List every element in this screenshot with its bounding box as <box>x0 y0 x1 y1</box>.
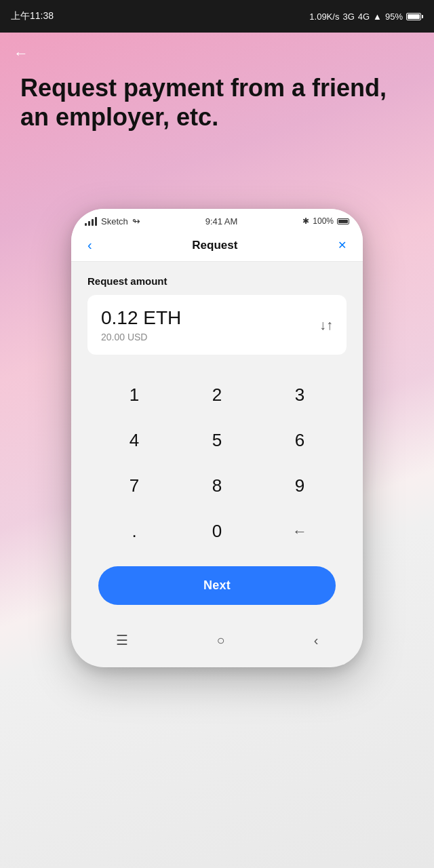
phone-back-nav-icon[interactable]: ‹ <box>314 633 319 648</box>
phone-navbar: ‹ Request ✕ <box>71 231 363 262</box>
status-time: 上午11:38 <box>11 10 54 22</box>
phone-menu-icon[interactable]: ☰ <box>116 632 128 648</box>
key-0[interactable]: 0 <box>177 510 257 553</box>
phone-close-button[interactable]: ✕ <box>338 239 347 252</box>
phone-signal-icon <box>85 217 97 226</box>
next-button[interactable]: Next <box>98 566 336 605</box>
back-button[interactable]: ← <box>14 45 28 62</box>
phone-mockup: Sketch ↬ 9:41 AM ✱ 100% ‹ Request ✕ Requ… <box>71 209 363 667</box>
phone-back-button[interactable]: ‹ <box>87 237 92 253</box>
phone-home-icon[interactable]: ○ <box>217 633 225 648</box>
key-2[interactable]: 2 <box>177 374 257 416</box>
key-8[interactable]: 8 <box>177 465 257 507</box>
status-right: 1.09K/s 3G 4G ▲ 95% <box>309 12 423 22</box>
wifi-icon: ▲ <box>373 12 382 22</box>
key-1[interactable]: 1 <box>94 374 174 416</box>
amount-box: 0.12 ETH 20.00 USD ↓↑ <box>87 295 347 355</box>
network-speed: 1.09K/s <box>309 12 339 22</box>
battery-percent: 95% <box>385 12 403 22</box>
amount-values: 0.12 ETH 20.00 USD <box>101 307 181 342</box>
keypad: 1 2 3 4 5 6 7 8 9 . 0 ← <box>87 374 347 553</box>
phone-bluetooth-icon: ✱ <box>302 216 309 226</box>
request-amount-label: Request amount <box>87 275 347 287</box>
key-9[interactable]: 9 <box>260 465 340 507</box>
battery-icon <box>406 13 423 20</box>
amount-primary: 0.12 ETH <box>101 307 181 329</box>
swap-currency-button[interactable]: ↓↑ <box>319 317 333 333</box>
phone-wifi-icon: ↬ <box>132 216 140 226</box>
page-headline: Request payment from a friend, an employ… <box>20 73 414 132</box>
main-background: ← Request payment from a friend, an empl… <box>0 33 434 868</box>
key-7[interactable]: 7 <box>94 465 174 507</box>
status-left: 上午11:38 <box>11 10 54 22</box>
key-backspace[interactable]: ← <box>260 510 340 553</box>
amount-secondary: 20.00 USD <box>101 332 181 342</box>
key-6[interactable]: 6 <box>260 419 340 462</box>
phone-bottom-nav: ☰ ○ ‹ <box>71 624 363 654</box>
key-decimal[interactable]: . <box>94 510 174 553</box>
signal-3g: 3G <box>342 12 354 22</box>
phone-app-name: Sketch <box>101 216 128 226</box>
phone-content: Request amount 0.12 ETH 20.00 USD ↓↑ 1 2… <box>71 262 363 618</box>
key-5[interactable]: 5 <box>177 419 257 462</box>
signal-4g: 4G <box>358 12 370 22</box>
phone-nav-title: Request <box>192 239 237 252</box>
phone-status-bar: Sketch ↬ 9:41 AM ✱ 100% <box>71 209 363 231</box>
phone-time: 9:41 AM <box>205 216 238 226</box>
phone-battery-icon <box>337 218 349 224</box>
status-bar: 上午11:38 1.09K/s 3G 4G ▲ 95% <box>0 0 434 33</box>
phone-battery-percent: 100% <box>313 216 334 226</box>
key-3[interactable]: 3 <box>260 374 340 416</box>
key-4[interactable]: 4 <box>94 419 174 462</box>
